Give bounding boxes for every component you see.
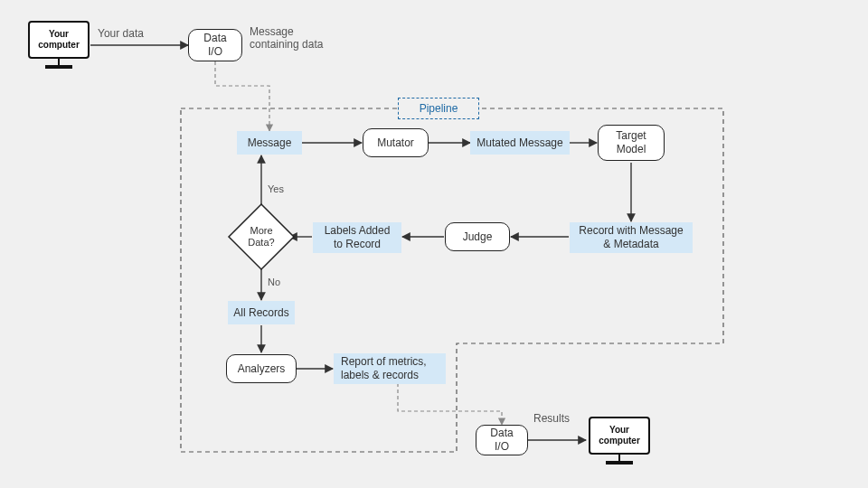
labels-added-label: Labels Added to Record [325,224,391,251]
svg-rect-18 [606,461,633,465]
pipeline-text: Pipeline [420,102,458,116]
results-label: Results [533,412,570,425]
target-model-node: Target Model [598,125,665,161]
mutated-message-label: Mutated Message [476,136,562,150]
report-node: Report of metrics, labels & records [334,353,446,384]
pipeline-label: Pipeline [398,98,479,119]
mutated-message-node: Mutated Message [470,131,570,155]
computer-icon: Yourcomputer [588,416,651,466]
more-data-decision: More Data? [225,201,297,273]
message-node: Message [237,131,302,155]
svg-text:More: More [250,225,272,236]
data-io-2-label: Data I/O [490,427,513,454]
mutator-label: Mutator [377,136,414,150]
your-computer-1: Yourcomputer [27,20,90,70]
analyzers-label: Analyzers [238,362,286,376]
message-label: Message [248,136,292,150]
yes-label: Yes [268,183,284,194]
all-records-node: All Records [228,301,295,324]
target-model-label: Target Model [616,129,646,156]
report-label: Report of metrics, labels & records [341,355,427,382]
analyzers-node: Analyzers [226,354,297,383]
your-data-label: Your data [98,27,144,40]
data-io-2: Data I/O [476,425,528,455]
all-records-label: All Records [233,306,288,320]
record-node: Record with Message & Metadata [570,222,693,253]
data-io-1: Data I/O [188,29,242,61]
your-computer-2: Yourcomputer [588,416,651,466]
labels-added-node: Labels Added to Record [313,222,401,253]
svg-rect-11 [45,65,72,69]
diamond-icon: More Data? [225,201,297,273]
msg-containing-label: Message containing data [250,25,323,51]
svg-text:Data?: Data? [248,237,274,248]
judge-label: Judge [463,230,493,244]
computer-icon: Yourcomputer [27,20,90,70]
mutator-node: Mutator [363,128,429,157]
no-label: No [268,277,280,287]
record-label: Record with Message & Metadata [579,224,683,251]
connectors [0,0,868,488]
judge-node: Judge [445,222,510,251]
data-io-1-label: Data I/O [203,32,226,59]
